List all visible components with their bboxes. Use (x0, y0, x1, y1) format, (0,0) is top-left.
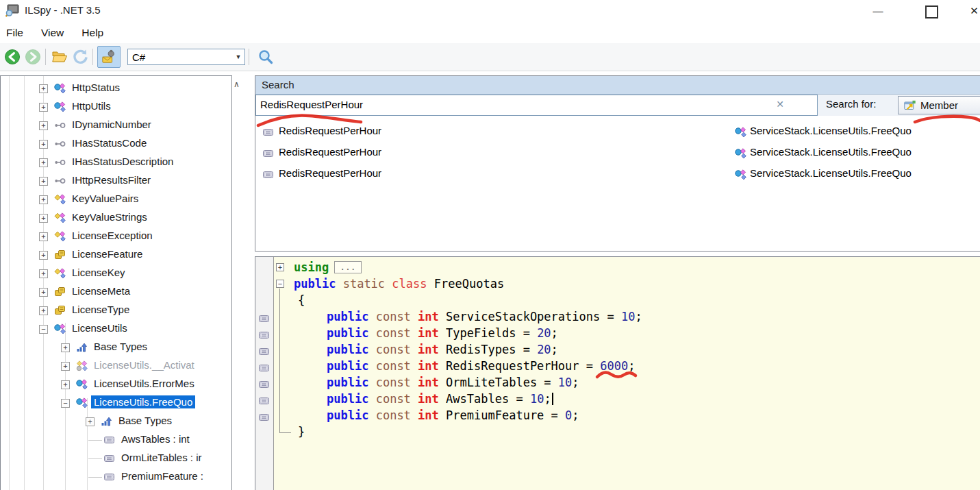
struct-icon (54, 194, 66, 205)
clear-search-icon[interactable]: ✕ (776, 99, 784, 110)
code-text: public const int RedisTypes = 20; (327, 341, 558, 358)
tree-item-label[interactable]: PremiumFeature : (121, 470, 203, 482)
tree-item-label[interactable]: HttpStatus (72, 82, 120, 93)
collapse-icon[interactable]: − (39, 325, 48, 334)
result-location[interactable]: ServiceStack.LicenseUtils.FreeQuo (750, 125, 912, 136)
expand-icon[interactable]: + (39, 140, 48, 149)
tree-item-ihasstatusdescription[interactable]: +IHasStatusDescription (1, 154, 231, 172)
tree-item-httputils[interactable]: +HttpUtils (1, 98, 231, 117)
expand-icon[interactable]: + (39, 84, 48, 93)
tree-item-licensekey[interactable]: +LicenseKey (1, 265, 231, 283)
fold-toggle-icon[interactable]: − (276, 280, 284, 288)
tree-item-base-types[interactable]: +Base Types (1, 339, 231, 357)
code-view[interactable]: +using...−public static class FreeQuotas… (255, 256, 980, 490)
show-internal-api-toggle[interactable] (97, 46, 121, 68)
forward-icon[interactable] (24, 48, 42, 66)
collapsed-region-box[interactable]: ... (334, 261, 361, 273)
search-result-row[interactable]: RedisRequestPerHourServiceStack.LicenseU… (255, 121, 980, 143)
expand-icon[interactable]: + (39, 306, 48, 315)
tree-item-idynamicnumber[interactable]: +IDynamicNumber (1, 117, 231, 135)
tree-item-label[interactable]: LicenseException (72, 230, 153, 241)
tree-item-licenseutils-activat[interactable]: +LicenseUtils.__Activat (1, 357, 231, 376)
tree-item-label[interactable]: KeyValueStrings (72, 211, 147, 223)
tree-item-redisrequestperh[interactable]: RedisRequestPerH (1, 487, 231, 490)
tree-item-label[interactable]: LicenseUtils.__Activat (94, 359, 194, 371)
tree-item-licenseutils[interactable]: −LicenseUtils (1, 320, 231, 339)
toolbar-separator (45, 49, 46, 65)
result-member-name[interactable]: RedisRequestPerHour (279, 167, 381, 179)
code-token (411, 392, 418, 406)
tree-item-label[interactable]: IDynamicNumber (72, 119, 151, 130)
tree-item-label[interactable]: IHasStatusCode (72, 137, 147, 149)
result-member-name[interactable]: RedisRequestPerHour (279, 125, 381, 136)
fold-toggle-icon[interactable]: + (276, 263, 284, 271)
expand-icon[interactable]: + (39, 158, 48, 167)
menu-help[interactable]: Help (80, 25, 105, 40)
tree-item-ihttpresultsfilter[interactable]: +IHttpResultsFilter (1, 172, 231, 191)
tree-item-licenseutils-errormes[interactable]: +LicenseUtils.ErrorMes (1, 376, 231, 394)
expand-icon[interactable]: + (39, 251, 48, 260)
search-icon[interactable] (257, 48, 275, 66)
tree-item-keyvaluestrings[interactable]: +KeyValueStrings (1, 209, 231, 228)
tree-item-label[interactable]: Base Types (94, 341, 147, 352)
expand-icon[interactable]: + (39, 232, 48, 241)
search-result-row[interactable]: RedisRequestPerHourServiceStack.LicenseU… (255, 143, 980, 164)
tree-item-label[interactable]: LicenseMeta (72, 285, 130, 297)
tree-item-ormlitetables-ir[interactable]: OrmLiteTables : ir (1, 450, 231, 468)
tree-item-keyvaluepairs[interactable]: +KeyValuePairs (1, 191, 231, 209)
expand-icon[interactable]: + (39, 195, 48, 204)
refresh-icon[interactable] (71, 48, 89, 66)
tree-item-label[interactable]: LicenseFeature (72, 248, 142, 260)
tree-item-base-types[interactable]: +Base Types (1, 413, 231, 431)
result-location[interactable]: ServiceStack.LicenseUtils.FreeQuo (750, 146, 912, 158)
menu-view[interactable]: View (40, 25, 65, 40)
expand-icon[interactable]: + (39, 214, 48, 223)
tree-item-label[interactable]: Base Types (118, 415, 172, 426)
expand-icon[interactable]: + (39, 177, 48, 186)
tree-item-label[interactable]: LicenseType (72, 304, 129, 315)
expand-icon[interactable]: + (39, 288, 48, 297)
tree-item-label[interactable]: LicenseKey (72, 267, 125, 278)
tree-item-label[interactable]: LicenseUtils.FreeQuo (91, 395, 195, 408)
tree-item-ihasstatuscode[interactable]: +IHasStatusCode (1, 135, 231, 154)
expand-icon[interactable]: + (39, 103, 48, 112)
tree-item-label[interactable]: IHttpResultsFilter (72, 174, 151, 186)
expand-icon[interactable]: + (86, 417, 95, 426)
tree-item-label[interactable]: AwsTables : int (121, 433, 190, 445)
tree-item-label[interactable]: LicenseUtils (72, 322, 127, 334)
search-result-row[interactable]: RedisRequestPerHourServiceStack.LicenseU… (255, 164, 980, 185)
scroll-up-icon[interactable]: ∧ (234, 79, 240, 89)
back-icon[interactable] (3, 48, 21, 66)
tree-item-licenseexception[interactable]: +LicenseException (1, 228, 231, 246)
tree-item-label[interactable]: OrmLiteTables : ir (121, 452, 202, 463)
result-location[interactable]: ServiceStack.LicenseUtils.FreeQuo (750, 167, 912, 179)
tree-item-licensefeature[interactable]: +LicenseFeature (1, 246, 231, 265)
tree-item-premiumfeature-[interactable]: PremiumFeature : (1, 468, 231, 487)
tree-item-label[interactable]: IHasStatusDescription (72, 156, 173, 167)
menu-file[interactable]: File (5, 25, 25, 40)
tree-item-licensetype[interactable]: +LicenseType (1, 302, 231, 320)
close-button[interactable]: ✕ (968, 3, 980, 19)
tree-item-awstables-int[interactable]: AwsTables : int (1, 431, 231, 450)
open-folder-icon[interactable] (51, 48, 68, 66)
expand-icon[interactable]: + (39, 121, 48, 130)
tree-item-label[interactable]: LicenseUtils.ErrorMes (94, 378, 194, 389)
tree-item-licensemeta[interactable]: +LicenseMeta (1, 283, 231, 302)
expand-icon[interactable]: + (39, 269, 48, 278)
tree-scrollbar[interactable]: ∧ (232, 75, 244, 490)
tree-item-label[interactable]: HttpUtils (72, 100, 111, 112)
expand-icon[interactable]: + (61, 343, 70, 352)
expand-icon[interactable]: + (61, 362, 70, 371)
maximize-button[interactable] (922, 3, 941, 19)
search-for-member-button[interactable]: Member (898, 96, 980, 114)
language-selector[interactable]: C# ▼ (127, 49, 245, 65)
search-input[interactable]: RedisRequestPerHour ✕ (255, 95, 818, 116)
member-button-label: Member (920, 99, 958, 111)
tree-item-label[interactable]: KeyValuePairs (72, 193, 138, 204)
collapse-icon[interactable]: − (61, 399, 70, 408)
result-member-name[interactable]: RedisRequestPerHour (279, 146, 381, 158)
minimize-button[interactable]: — (868, 3, 888, 19)
tree-item-httpstatus[interactable]: +HttpStatus (1, 79, 231, 98)
tree-item-licenseutils-freequo[interactable]: −LicenseUtils.FreeQuo (1, 394, 231, 413)
expand-icon[interactable]: + (61, 380, 70, 389)
